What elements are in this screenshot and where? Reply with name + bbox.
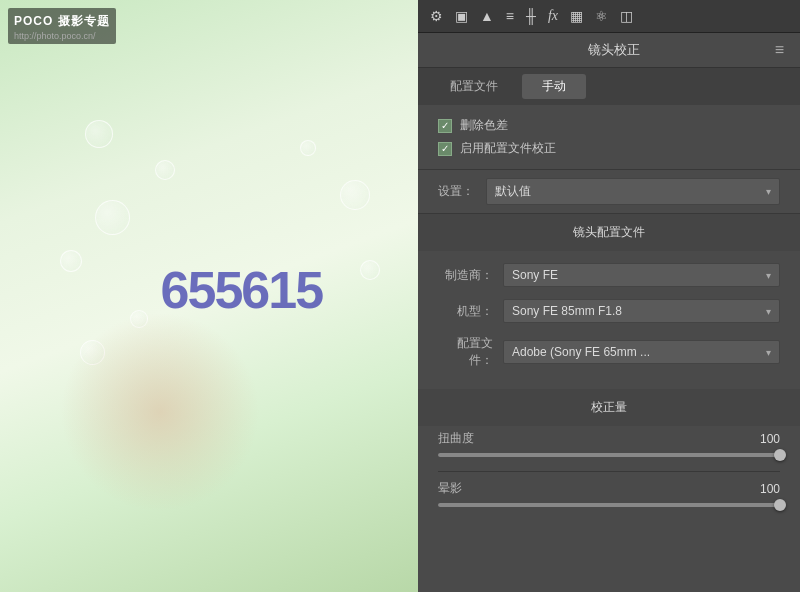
toolbar-fx-icon[interactable]: fx xyxy=(546,6,560,26)
bubble xyxy=(155,160,175,180)
bubble xyxy=(340,180,370,210)
bubble xyxy=(360,260,380,280)
slider-thumb-distortion[interactable] xyxy=(774,449,786,461)
slider-label-distortion: 扭曲度 xyxy=(438,430,474,447)
checkbox-aberration-label: 删除色差 xyxy=(460,117,508,134)
lens-section-title: 镜头配置文件 xyxy=(418,214,800,251)
slider-track-vignette[interactable] xyxy=(438,503,780,507)
form-row-model: 机型： Sony FE 85mm F1.8 ▾ xyxy=(430,293,788,329)
bubble xyxy=(85,120,113,148)
panel-menu-icon[interactable]: ≡ xyxy=(775,41,784,59)
checkbox-aberration[interactable] xyxy=(438,119,452,133)
slider-header-distortion: 扭曲度 100 xyxy=(438,430,780,447)
model-value: Sony FE 85mm F1.8 xyxy=(512,304,622,318)
checkbox-row-profile: 启用配置文件校正 xyxy=(438,140,780,157)
poco-logo-title: POCO 摄影专题 xyxy=(14,14,110,28)
checkboxes-section: 删除色差 启用配置文件校正 xyxy=(418,105,800,170)
model-arrow-icon: ▾ xyxy=(766,306,771,317)
config-value: Adobe (Sony FE 65mm ... xyxy=(512,345,650,359)
maker-value: Sony FE xyxy=(512,268,558,282)
config-select[interactable]: Adobe (Sony FE 65mm ... ▾ xyxy=(503,340,780,364)
poco-logo: POCO 摄影专题 http://photo.poco.cn/ xyxy=(8,8,116,44)
tab-profile[interactable]: 配置文件 xyxy=(430,74,518,99)
checkbox-row-aberration: 删除色差 xyxy=(438,117,780,134)
slider-header-vignette: 晕影 100 xyxy=(438,480,780,497)
slider-fill-distortion xyxy=(438,453,780,457)
settings-select[interactable]: 默认值 ▾ xyxy=(486,178,780,205)
toolbar-transform-icon[interactable]: ◫ xyxy=(618,6,635,26)
slider-row-vignette: 晕影 100 xyxy=(430,476,788,517)
config-arrow-icon: ▾ xyxy=(766,347,771,358)
toolbar-detail-icon[interactable]: ▦ xyxy=(568,6,585,26)
settings-label: 设置： xyxy=(438,183,474,200)
toolbar-settings-icon[interactable]: ⚙ xyxy=(428,6,445,26)
settings-value: 默认值 xyxy=(495,183,531,200)
tab-manual[interactable]: 手动 xyxy=(522,74,586,99)
bubble xyxy=(300,140,316,156)
maker-select[interactable]: Sony FE ▾ xyxy=(503,263,780,287)
toolbar-list-icon[interactable]: ≡ xyxy=(504,6,516,26)
toolbar-curve-icon[interactable]: ╫ xyxy=(524,6,538,26)
bubble xyxy=(95,200,130,235)
checkbox-profile-label: 启用配置文件校正 xyxy=(460,140,556,157)
slider-fill-vignette xyxy=(438,503,780,507)
form-label-maker: 制造商： xyxy=(438,267,493,284)
tabs: 配置文件 手动 xyxy=(418,68,800,105)
maker-arrow-icon: ▾ xyxy=(766,270,771,281)
form-label-model: 机型： xyxy=(438,303,493,320)
poco-logo-subtitle: http://photo.poco.cn/ xyxy=(14,31,110,41)
slider-value-vignette: 100 xyxy=(750,482,780,496)
toolbar: ⚙ ▣ ▲ ≡ ╫ fx ▦ ⚛ ◫ xyxy=(418,0,800,33)
slider-track-distortion[interactable] xyxy=(438,453,780,457)
toolbar-lens-icon[interactable]: ⚛ xyxy=(593,6,610,26)
control-panel: ⚙ ▣ ▲ ≡ ╫ fx ▦ ⚛ ◫ 镜头校正 ≡ 配置文件 手动 删除色差 启… xyxy=(418,0,800,592)
settings-arrow-icon: ▾ xyxy=(766,186,771,197)
toolbar-histogram-icon[interactable]: ▲ xyxy=(478,6,496,26)
correction-section: 扭曲度 100 晕影 100 xyxy=(418,426,800,517)
lens-form-section: 制造商： Sony FE ▾ 机型： Sony FE 85mm F1.8 ▾ 配… xyxy=(418,251,800,381)
bubble xyxy=(60,250,82,272)
slider-value-distortion: 100 xyxy=(750,432,780,446)
form-row-maker: 制造商： Sony FE ▾ xyxy=(430,257,788,293)
slider-divider xyxy=(438,471,780,472)
form-row-config: 配置文件： Adobe (Sony FE 65mm ... ▾ xyxy=(430,329,788,375)
checkbox-profile[interactable] xyxy=(438,142,452,156)
slider-label-vignette: 晕影 xyxy=(438,480,462,497)
slider-row-distortion: 扭曲度 100 xyxy=(430,426,788,467)
panel-header: 镜头校正 ≡ xyxy=(418,33,800,68)
settings-row: 设置： 默认值 ▾ xyxy=(418,170,800,214)
panel-title: 镜头校正 xyxy=(454,41,775,59)
toolbar-grid-icon[interactable]: ▣ xyxy=(453,6,470,26)
model-select[interactable]: Sony FE 85mm F1.8 ▾ xyxy=(503,299,780,323)
photo-panel: 655615 POCO 摄影专题 http://photo.poco.cn/ xyxy=(0,0,418,592)
slider-thumb-vignette[interactable] xyxy=(774,499,786,511)
correction-section-title: 校正量 xyxy=(418,389,800,426)
hand-area xyxy=(60,312,260,512)
form-label-config: 配置文件： xyxy=(438,335,493,369)
watermark: 655615 xyxy=(161,260,323,320)
